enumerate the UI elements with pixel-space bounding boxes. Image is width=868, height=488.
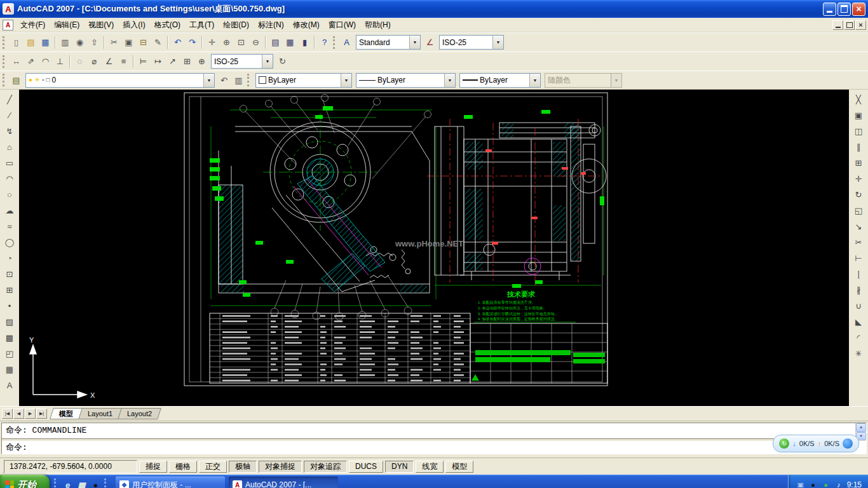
menu-item[interactable]: 编辑(E)	[50, 18, 84, 32]
zoom-realtime-icon[interactable]: ⊕	[219, 35, 234, 50]
copy-clip-icon[interactable]: ▣	[121, 35, 136, 50]
antivirus-icon[interactable]: ●	[822, 480, 831, 488]
input-method-icon[interactable]: ▣	[796, 480, 805, 488]
restore-button[interactable]	[837, 3, 851, 16]
start-button[interactable]: 开始	[0, 475, 50, 488]
grid-toggle[interactable]: 栅格	[169, 461, 197, 473]
designcenter-icon[interactable]: ▦	[283, 35, 297, 50]
fillet-icon[interactable]: ◜	[851, 330, 866, 346]
plot-icon[interactable]: ▥	[58, 35, 72, 50]
mdi-minimize-button[interactable]	[832, 20, 843, 30]
redo-icon[interactable]: ↷	[185, 35, 200, 50]
dropdown-arrow-icon[interactable]: ▼	[262, 55, 273, 68]
model-toggle[interactable]: 模型	[445, 461, 473, 473]
dim-linear-icon[interactable]: ↔	[9, 54, 24, 69]
tool-palettes-icon[interactable]: ▮	[297, 35, 312, 50]
construction-line-icon[interactable]: ∕	[2, 107, 17, 123]
dim-style-combo-top[interactable]: ISO-25 ▼	[439, 35, 504, 50]
trim-icon[interactable]: ✂	[851, 234, 866, 250]
explode-icon[interactable]: ✳	[851, 346, 866, 362]
menu-item[interactable]: 帮助(H)	[360, 18, 395, 32]
offset-icon[interactable]: ∥	[851, 139, 866, 155]
volume-icon[interactable]: ♪	[834, 480, 843, 488]
mdi-restore-button[interactable]	[844, 20, 855, 30]
arc-icon[interactable]: ◠	[2, 171, 17, 187]
rectangle-icon[interactable]: ▭	[2, 155, 17, 171]
menu-item[interactable]: 视图(V)	[84, 18, 118, 32]
pan-icon[interactable]: ✛	[205, 35, 219, 50]
polygon-icon[interactable]: ⌂	[2, 139, 17, 155]
mtext-icon[interactable]: A	[2, 377, 17, 393]
taskbar-task-user-panel[interactable]: ❖ 用户控制面板 - ...	[116, 477, 225, 488]
open-icon[interactable]: ▤	[24, 35, 38, 50]
dim-baseline-icon[interactable]: ⊨	[136, 54, 151, 69]
toolbar-grip[interactable]	[333, 36, 337, 49]
rotate-icon[interactable]: ↻	[851, 187, 866, 203]
dropdown-arrow-icon[interactable]: ▼	[529, 74, 540, 87]
save-icon[interactable]: ▦	[38, 35, 53, 50]
osnap-toggle[interactable]: 对象捕捉	[259, 461, 302, 473]
menu-item[interactable]: 格式(O)	[150, 18, 185, 32]
toolbar-grip[interactable]	[3, 74, 6, 86]
dropdown-arrow-icon[interactable]: ▼	[444, 74, 455, 87]
tab-first-button[interactable]: |◀	[2, 409, 13, 419]
text-style-manager-icon[interactable]: A	[339, 35, 354, 50]
join-icon[interactable]: ∪	[851, 298, 866, 314]
quick-dimension-icon[interactable]: ≡	[116, 54, 131, 69]
menu-item[interactable]: 插入(I)	[118, 18, 149, 32]
publish-icon[interactable]: ⇧	[87, 35, 102, 50]
quick-leader-icon[interactable]: ↗	[165, 54, 180, 69]
properties-icon[interactable]: ▤	[268, 35, 283, 50]
tab-next-button[interactable]: ▶	[25, 409, 36, 419]
zoom-previous-icon[interactable]: ⊖	[248, 35, 263, 50]
dropdown-arrow-icon[interactable]: ▼	[341, 74, 351, 87]
layer-states-icon[interactable]: ▥	[231, 73, 246, 88]
table-icon[interactable]: ▦	[2, 362, 17, 377]
stretch-icon[interactable]: ↘	[851, 219, 866, 234]
dim-style-manager-icon[interactable]: ∠	[423, 35, 437, 50]
gradient-icon[interactable]: ▩	[2, 330, 17, 346]
cut-icon[interactable]: ✂	[107, 35, 121, 50]
undo-icon[interactable]: ↶	[170, 35, 185, 50]
color-combo[interactable]: ByLayer ▼	[255, 73, 352, 88]
dim-style-combo[interactable]: ISO-25 ▼	[211, 54, 273, 69]
drawing-area[interactable]: 技术要求 1. 装配前所有零件均需清洗干净。 2. 各运动部件应转动灵活，无卡滞…	[19, 90, 849, 406]
extend-icon[interactable]: ⊢	[851, 250, 866, 266]
qq-icon[interactable]: ●	[90, 480, 101, 488]
dim-update-icon[interactable]: ↻	[275, 54, 290, 69]
ortho-toggle[interactable]: 正交	[199, 461, 227, 473]
dim-ordinate-icon[interactable]: ⊥	[53, 54, 67, 69]
layer-combo[interactable]: ●☀▪□ 0 ▼	[25, 73, 215, 88]
circle-icon[interactable]: ○	[2, 187, 17, 203]
dim-diameter-icon[interactable]: ⌀	[87, 54, 102, 69]
polar-toggle[interactable]: 极轴	[229, 461, 257, 473]
dim-radius-icon[interactable]: ◌	[72, 54, 87, 69]
qq-icon[interactable]: ●	[809, 480, 818, 488]
dropdown-arrow-icon[interactable]: ▼	[409, 36, 420, 49]
network-speed-widget[interactable]: ↻ ↓ 0K/S ↑ 0K/S	[773, 435, 859, 452]
show-desktop-icon[interactable]: ▦	[76, 480, 87, 488]
ducs-toggle[interactable]: DUCS	[349, 461, 383, 473]
toolbar-grip[interactable]	[247, 74, 251, 86]
break-icon[interactable]: ∦	[851, 282, 866, 298]
command-prompt[interactable]: 命令:	[2, 442, 866, 454]
help-icon[interactable]: ?	[317, 35, 332, 50]
array-icon[interactable]: ⊞	[851, 155, 866, 171]
revision-cloud-icon[interactable]: ☁	[2, 203, 17, 219]
ie-icon[interactable]: e	[62, 480, 73, 488]
plot-preview-icon[interactable]: ◉	[72, 35, 87, 50]
linetype-combo[interactable]: ByLayer ▼	[356, 73, 456, 88]
hatch-icon[interactable]: ▨	[2, 314, 17, 330]
ellipse-icon[interactable]: ◯	[2, 234, 17, 250]
tab-layout1[interactable]: Layout1	[78, 408, 122, 419]
lineweight-combo[interactable]: ByLayer ▼	[459, 73, 541, 88]
mdi-close-button[interactable]: ×	[855, 20, 866, 30]
menu-item[interactable]: 标注(N)	[254, 18, 288, 32]
dyn-toggle[interactable]: DYN	[385, 461, 414, 473]
chamfer-icon[interactable]: ◣	[851, 314, 866, 330]
ellipse-arc-icon[interactable]: ◔	[2, 250, 17, 266]
dropdown-arrow-icon[interactable]: ▼	[203, 74, 214, 87]
lwt-toggle[interactable]: 线宽	[416, 461, 444, 473]
center-mark-icon[interactable]: ⊕	[194, 54, 209, 69]
match-properties-icon[interactable]: ✎	[151, 35, 165, 50]
